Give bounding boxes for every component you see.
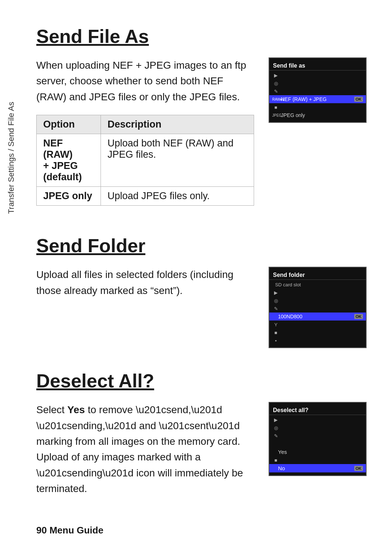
nav-icon: ▶ bbox=[272, 417, 279, 423]
nav-icon: ■ bbox=[272, 105, 279, 110]
screen-icon-row: ■ bbox=[269, 456, 366, 464]
desc-nef-raw: Upload both NEF (RAW) and JPEG files. bbox=[101, 134, 254, 187]
section-send-folder: Send Folder Upload all files in selected… bbox=[36, 235, 367, 348]
page-number: 90 bbox=[36, 525, 47, 536]
screen-title-send-file-as: Send file as bbox=[269, 61, 366, 70]
ok-badge: OK bbox=[354, 97, 363, 102]
section-send-file-as: Send File As When uploading NEF + JPEG i… bbox=[36, 25, 367, 213]
option-nef-raw: NEF (RAW) + JPEG (default) bbox=[37, 134, 101, 187]
page-footer: 90 Menu Guide bbox=[36, 525, 103, 536]
screen-icon-row: ▶ bbox=[269, 416, 366, 424]
raw-icon: RAW▸J bbox=[272, 97, 279, 101]
deselect-all-heading: Deselect All? bbox=[36, 370, 367, 392]
screen-empty-row bbox=[269, 440, 366, 448]
screen-title-send-folder: Send folder bbox=[269, 270, 366, 280]
nav-icon: ▶ bbox=[272, 290, 279, 295]
ok-badge: OK bbox=[354, 466, 363, 471]
options-table: Option Description NEF (RAW) + JPEG (def… bbox=[36, 115, 254, 206]
nav-icon: ✎ bbox=[272, 89, 279, 94]
nav-icon: ◎ bbox=[272, 425, 279, 431]
screen-icon-row: ◎ bbox=[269, 79, 366, 87]
screen-option-yes: Yes bbox=[269, 448, 366, 456]
deselect-all-screenshot: Deselect all? ▶ ◎ ✎ Yes bbox=[269, 402, 367, 476]
desc-jpeg-only: Upload JPEG files only. bbox=[101, 187, 254, 206]
section-deselect-all: Deselect All? Select Yes to remove \u201… bbox=[36, 370, 367, 507]
screen-option-jpeg-only: JPEG JPEG only bbox=[269, 111, 366, 119]
deselect-all-row: Select Yes to remove \u201csend,\u201d \… bbox=[36, 402, 367, 507]
screen-icon-row: ✎ bbox=[269, 87, 366, 95]
page-container: Transfer Settings / Send File As Send Fi… bbox=[0, 0, 392, 540]
send-file-as-row: When uploading NEF + JPEG images to an f… bbox=[36, 57, 367, 213]
deselect-all-intro: Select Yes to remove \u201csend,\u201d \… bbox=[36, 402, 254, 496]
menu-guide-label: Menu Guide bbox=[49, 525, 103, 536]
table-row: JPEG only Upload JPEG files only. bbox=[37, 187, 254, 206]
screen-icon-row: Y bbox=[269, 321, 366, 329]
screen-option-no: No OK bbox=[269, 464, 366, 472]
screen-icon-row: ◎ bbox=[269, 297, 366, 305]
nav-icon: Y bbox=[272, 322, 279, 327]
screen-icon-row: ✎ bbox=[269, 305, 366, 313]
send-file-as-screenshot: Send file as ▶ ◎ ✎ RAW▸J NEF (RAW) + JPE… bbox=[269, 57, 367, 123]
send-file-as-intro: When uploading NEF + JPEG images to an f… bbox=[36, 57, 254, 105]
nav-icon: ■ bbox=[272, 458, 279, 463]
send-folder-row: Upload all files in selected folders (in… bbox=[36, 267, 367, 348]
col-header-description: Description bbox=[101, 115, 254, 134]
nav-icon: ▪ bbox=[272, 338, 279, 343]
nav-icon: ■ bbox=[272, 330, 279, 335]
screen-subtitle-row: SD card slot bbox=[269, 281, 366, 289]
screen-option-100nd800: 100ND800 OK bbox=[269, 313, 366, 321]
send-file-as-heading: Send File As bbox=[36, 25, 367, 47]
jpeg-icon: JPEG bbox=[272, 113, 279, 117]
screen-icon-row: ■ bbox=[269, 103, 366, 111]
screen-icon-row: ■ bbox=[269, 329, 366, 337]
sidebar-label: Transfer Settings / Send File As bbox=[7, 102, 16, 214]
send-folder-intro: Upload all files in selected folders (in… bbox=[36, 267, 254, 298]
screen-option-nef-raw: RAW▸J NEF (RAW) + JPEG OK bbox=[269, 95, 366, 103]
screen-icon-row: ▪ bbox=[269, 337, 366, 344]
send-folder-heading: Send Folder bbox=[36, 235, 367, 257]
nav-icon: ✎ bbox=[272, 306, 279, 311]
col-header-option: Option bbox=[37, 115, 101, 134]
screen-icon-row: ◎ bbox=[269, 424, 366, 432]
nav-icon: ◎ bbox=[272, 298, 279, 303]
screen-icon-row: ▶ bbox=[269, 289, 366, 297]
option-jpeg-only: JPEG only bbox=[37, 187, 101, 206]
screen-icon-row: ▶ bbox=[269, 71, 366, 79]
ok-badge: OK bbox=[354, 314, 363, 319]
deselect-all-content: Select Yes to remove \u201csend,\u201d \… bbox=[36, 402, 254, 507]
send-folder-content: Upload all files in selected folders (in… bbox=[36, 267, 254, 309]
nav-icon: ◎ bbox=[272, 81, 279, 86]
send-folder-screenshot: Send folder SD card slot ▶ ◎ ✎ 100ND bbox=[269, 267, 367, 348]
send-file-as-content: When uploading NEF + JPEG images to an f… bbox=[36, 57, 254, 213]
table-row: NEF (RAW) + JPEG (default) Upload both N… bbox=[37, 134, 254, 187]
yes-bold: Yes bbox=[68, 404, 85, 415]
nav-icon: ▶ bbox=[272, 73, 279, 78]
screen-title-deselect-all: Deselect all? bbox=[269, 406, 366, 415]
screen-icon-row: ✎ bbox=[269, 432, 366, 440]
nav-icon: ✎ bbox=[272, 433, 279, 439]
